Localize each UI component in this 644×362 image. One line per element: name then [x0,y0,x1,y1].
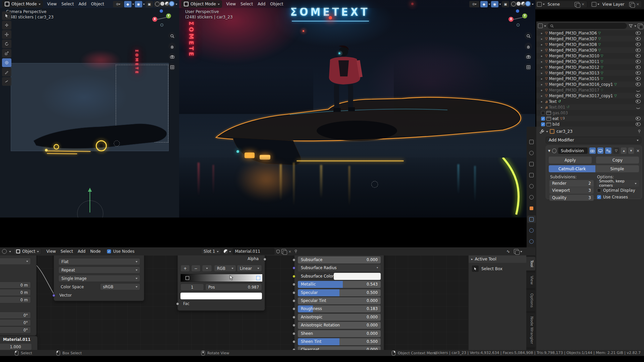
camera-viewport[interactable]: ΣΟΜΕΤΕ Object Mode ▾ ViewSelectAddObject… [0,0,179,218]
socket-anisotropic[interactable] [292,316,296,319]
shader-menu-select[interactable]: Select [58,249,75,254]
visibility-eye-icon[interactable] [636,65,641,69]
seated-character[interactable] [323,44,370,116]
shader-node-canvas[interactable]: ▾ 0 m 0 m 0 m 0° 0° 0° Material.011 1.00… [0,255,535,350]
zoom-button[interactable] [525,32,532,40]
expand-arrow-icon[interactable]: ▸ [541,77,544,80]
new-view-layer-icon[interactable] [629,2,634,7]
mode-dropdown[interactable]: Object Mode ▾ [181,0,222,8]
outliner-row[interactable]: ▸▽Merged_PM3D_Plane3D11▽ [536,59,644,64]
use-nodes-toggle[interactable]: ✓ Use Nodes [107,249,135,254]
location-z-field[interactable]: 0 m [0,296,31,303]
add-modifier-button[interactable]: Add Modifier ▾ [546,137,641,143]
visibility-eye-icon[interactable] [636,60,641,63]
object-name[interactable]: Merged_PM3D_Plane3D10 [549,54,599,58]
gizmos-toggle[interactable]: ◆ [124,1,131,7]
outliner-row[interactable]: ▸▽Merged_PM3D_Plane3D12▽ [536,64,644,70]
navigation-gizmo[interactable]: XY [152,9,172,29]
properties-tab-particles[interactable] [527,227,536,234]
image-texture-node[interactable]: Flat▾ Repeat▾ Single Image▾ Color Space … [54,255,144,301]
gradient-bar[interactable] [180,274,263,282]
expand-arrow-icon[interactable]: ▸ [541,32,544,35]
input-slider[interactable]: Anisotropic0.000 [298,314,381,321]
remove-view-layer-icon[interactable]: × [635,2,640,6]
material-slot-dropdown[interactable]: Slot 1 ▾ [201,248,221,255]
projection-dropdown[interactable]: Flat▾ [58,258,140,265]
unlink-material-icon[interactable]: × [287,249,292,254]
material-node-value[interactable]: 1.000 [0,343,32,350]
sidebar-tab-tool[interactable]: Tool [526,257,535,270]
outliner-row[interactable]: ▸▽Merged_PM3D_Plane3D16_copy1▽ [536,81,644,87]
annotate-tool-button[interactable] [2,68,11,76]
object-name[interactable]: Merged_PM3D_Plane3D17_copy1 [549,94,613,98]
ramp-handle-black[interactable] [185,276,189,280]
outliner-row[interactable]: ▸▽Merged_PM3D_Plane3D7▽ [536,36,644,42]
expand-arrow-icon[interactable]: ▸ [541,60,544,63]
expand-arrow-icon[interactable]: ▸ [541,49,544,52]
solid-shading-icon[interactable] [160,2,164,6]
xray-toggle[interactable]: ▣ [146,1,153,7]
collection-checkbox[interactable] [541,111,545,115]
outliner-row[interactable]: ✓bild [536,121,644,127]
catmull-clark-button[interactable]: Catmull-Clark [549,165,595,172]
object-name[interactable]: Text.001 [549,105,565,110]
apply-button[interactable]: Apply [549,157,592,164]
rendered-shading-icon[interactable] [526,2,530,6]
camera-view-button[interactable] [525,53,532,60]
filter-icon[interactable] [629,24,633,28]
expand-arrow-icon[interactable]: ▸ [541,54,544,58]
object-visibility-dropdown[interactable]: ◎▾ [469,1,479,7]
unlink-scene-icon[interactable]: × [581,2,586,6]
overlays-toggle[interactable]: ◉ [491,1,498,7]
input-slider[interactable]: Sheen Tint0.500 [298,338,381,345]
object-visibility-dropdown[interactable]: ◎▾ [113,1,123,7]
input-slider[interactable]: Metallic0.543 [298,281,381,288]
scale-tool-button[interactable] [2,49,11,58]
rendered-shading-icon[interactable] [170,2,174,6]
viewport-subdivisions-field[interactable]: Viewport3 [549,187,594,194]
material-preview-icon[interactable] [521,2,525,6]
subsurface-color-swatch[interactable] [334,273,381,280]
viewport-menu-add[interactable]: Add [76,2,89,6]
rotate-gizmo-ring[interactable] [77,200,103,218]
visibility-eye-icon[interactable] [636,100,641,103]
shader-type-dropdown[interactable]: Object ▾ [13,248,41,255]
outliner-row[interactable]: ▸▽Merged_PM3D_Plane3D10▽ [536,53,644,59]
pin-icon[interactable] [637,129,641,134]
visibility-eye-icon[interactable] [636,94,641,98]
sidebar-tab-node-wrangler[interactable]: Node Wrangler [526,313,535,347]
material-selector[interactable]: ▾ Material.011 × [224,248,298,255]
remove-stop-button[interactable]: − [191,265,201,272]
visibility-eye-icon[interactable] [636,71,641,75]
object-name[interactable]: gas.003 [552,111,568,115]
axis-y-ball[interactable]: Y [166,13,171,18]
axis-y-ball[interactable]: Y [522,13,527,18]
viewport-visibility-toggle[interactable] [597,147,604,154]
properties-tab-modifiers[interactable] [527,216,536,223]
fac-input-socket[interactable] [176,302,179,305]
axis-z-ball[interactable] [160,9,163,13]
quality-field[interactable]: Quality3 [549,195,594,201]
render-subdivisions-field[interactable]: Render2 [549,180,594,187]
view-layer-selector[interactable]: ▾ View Layer × [590,1,642,8]
viewport-menu-object[interactable]: Object [89,2,106,6]
input-slider[interactable]: Anisotropic Rotation0.000 [298,322,381,329]
outliner-row[interactable]: ▸▽Merged_PM3D_Plane3D6▽ [536,30,644,36]
object-name[interactable]: eat [552,116,559,121]
outliner-row[interactable]: ▸aText↺ [536,99,644,104]
use-nodes-checkbox[interactable]: ✓ [107,249,111,253]
location-x-field[interactable]: 0 m [0,282,31,289]
sidebar-tab-options[interactable]: Options [526,290,535,311]
properties-tab-output[interactable] [527,160,536,168]
use-creases-checkbox[interactable]: ✓ [597,195,601,199]
use-creases-row[interactable]: ✓ Use Creases [597,195,628,199]
object-name[interactable]: Merged_PM3D_Plane3D16_copy1 [549,82,613,87]
outliner-row[interactable]: ▸aText.001↺ [536,104,644,110]
cursor-tool-button[interactable] [2,21,11,29]
rotate-tool-button[interactable] [2,40,11,48]
expand-arrow-icon[interactable]: ▸ [541,37,544,41]
input-slider[interactable]: Clearcoat0.000 [298,346,381,350]
main-viewport[interactable]: ΣΟΜΕΤΕΧΤ ΣΟΜΕΤΕ [179,0,535,218]
interpolation-dropdown[interactable]: Linear▾ [237,265,262,272]
visibility-eye-icon[interactable] [636,77,641,80]
